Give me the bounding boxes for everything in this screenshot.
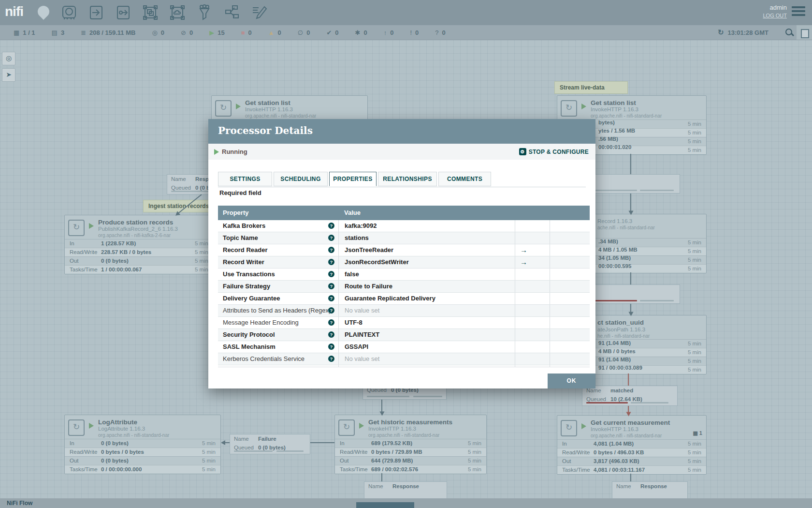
arrowhead-icon [629, 312, 634, 316]
processor-stat-row: Tasks/Time1 / 00:00:00.0675 min [65, 265, 213, 274]
remote-process-group-icon[interactable] [169, 4, 186, 21]
column-header-property: Property [218, 206, 338, 220]
spacer-cell [550, 281, 590, 292]
cluster-badge: ▦ 1 [693, 430, 702, 436]
search-icon[interactable] [785, 28, 794, 37]
property-value: No value set [338, 305, 515, 316]
help-icon[interactable]: ? [328, 295, 334, 301]
label-icon[interactable] [250, 4, 267, 21]
processor-stat-row: Tasks/Time0 / 00:00:00.0005 min [65, 465, 220, 474]
canvas-text-fragment: 91 (1.04 MB) [598, 340, 631, 346]
tab-comments[interactable]: COMMENTS [438, 172, 491, 186]
birdseye-toggle[interactable] [797, 25, 812, 40]
breadcrumb[interactable]: NiFi Flow [7, 500, 32, 507]
processor-get-current-measurement[interactable]: ↻Get current measurementInvokeHTTP 1.16.… [557, 415, 707, 475]
connection-label-conn-failure[interactable]: NameFailureQueued0 (0 bytes) [230, 434, 310, 454]
canvas-text-fragment: .56 MB) [598, 136, 618, 142]
help-icon[interactable]: ? [328, 235, 334, 241]
processor-produce-station-records[interactable]: ↻Produce station recordsPublishKafkaReco… [64, 215, 214, 274]
connection-label-row: NameFailure [230, 434, 310, 443]
processor-type: InvokeHTTP 1.16.3 [591, 106, 638, 112]
property-value: false [338, 269, 515, 280]
tab-scheduling[interactable]: SCHEDULING [274, 172, 328, 186]
stop-and-configure-button[interactable]: ⚙ STOP & CONFIGURE [519, 148, 589, 155]
refresh-icon[interactable]: ↻ [718, 28, 724, 37]
processor-stat-row: Out644 (729.89 MB)5 min [335, 456, 486, 465]
go-to-cell [515, 269, 550, 280]
property-name: Record Writer? [218, 256, 338, 268]
logout-link[interactable]: LOG OUT [763, 13, 787, 18]
navigate-palette-button[interactable]: ◎ [2, 52, 15, 65]
property-name: Security Protocol? [218, 329, 338, 341]
canvas-label-stream-live-data[interactable]: Stream live-data [554, 81, 628, 94]
property-value: Route to Failure [338, 281, 515, 292]
tab-settings[interactable]: SETTINGS [218, 172, 272, 186]
connection-label-conn-response-right-occluded[interactable] [582, 174, 680, 194]
canvas-text-fragment: 91 / 00:00:03.089 [598, 365, 642, 371]
required-field-note: Required field [219, 189, 261, 196]
spacer-cell [550, 269, 590, 280]
funnel-icon[interactable] [196, 4, 213, 21]
processor-name: Get historic measurements [368, 418, 452, 426]
connection-label-conn-matched[interactable]: NamematchedQueued10 (2.64 KB) [582, 386, 678, 406]
nifi-logo-drop-icon [35, 3, 52, 20]
help-icon[interactable]: ? [328, 271, 334, 277]
go-to-cell [515, 305, 550, 316]
property-row: Kerberos Credentials Service?No value se… [218, 353, 590, 365]
processor-icon[interactable] [60, 4, 78, 21]
backpressure-bar [171, 191, 210, 192]
running-icon [214, 149, 219, 155]
processor-type-icon: ↻ [338, 419, 355, 436]
spacer-cell [550, 305, 590, 316]
help-icon[interactable]: ? [328, 319, 334, 326]
locally-modified-stale-icon: ! [410, 29, 412, 36]
input-port-icon[interactable] [87, 4, 105, 21]
canvas-label-ingest-station-records[interactable]: Ingest station records [143, 200, 215, 212]
help-icon[interactable]: ? [328, 307, 334, 314]
spacer-cell [550, 353, 590, 365]
last-refreshed-time: 13:01:28 GMT [727, 29, 768, 36]
property-name: Attributes to Send as Headers (Regex)? [218, 305, 338, 316]
connection-line[interactable] [630, 154, 631, 174]
run-status-play-icon [581, 104, 586, 109]
processor-get-historic-measurements[interactable]: ↻Get historic measurementsInvokeHTTP 1.1… [334, 415, 487, 474]
connection-label-row: NameResponse [612, 482, 687, 491]
help-icon[interactable]: ? [328, 223, 334, 229]
processor-name: Produce station records [98, 219, 173, 226]
go-to-service-icon[interactable]: → [515, 256, 550, 268]
operate-palette-button[interactable]: ➤ [2, 68, 15, 82]
processor-type-icon: ↻ [68, 419, 85, 436]
connection-label-conn-splits-occluded[interactable] [582, 284, 680, 304]
processor-stat-row: In689 (179.52 KB)5 min [335, 439, 486, 448]
processor-log-attribute[interactable]: ↻LogAttributeLogAttribute 1.16.3org.apac… [64, 415, 221, 474]
status-cluster-count: ▦1 / 1 [14, 29, 35, 36]
processor-stat-row: Tasks/Time4,081 / 00:03:11.1675 min [557, 465, 706, 474]
global-menu-icon[interactable] [792, 6, 805, 17]
help-icon[interactable]: ? [328, 283, 334, 289]
connection-line[interactable] [630, 193, 631, 213]
canvas-text-fragment: ytes / 1.56 MB [598, 128, 635, 134]
help-icon[interactable]: ? [328, 259, 334, 265]
help-icon[interactable]: ? [328, 331, 334, 338]
ok-button[interactable]: OK [548, 374, 595, 388]
go-to-service-icon[interactable]: → [515, 244, 550, 256]
help-icon[interactable]: ? [328, 344, 334, 350]
tab-relationships[interactable]: RELATIONSHIPS [378, 172, 437, 186]
connection-line[interactable] [630, 272, 631, 284]
spacer-cell [550, 317, 590, 329]
app-header: nifi admin LOG OUT [0, 0, 812, 25]
run-status-play-icon [89, 423, 94, 429]
canvas-text-fragment: ateJsonPath 1.16.3 [597, 327, 645, 332]
process-group-icon[interactable] [142, 4, 159, 21]
sync-failure-icon: ? [435, 29, 438, 36]
help-icon[interactable]: ? [328, 247, 334, 253]
template-icon[interactable] [223, 4, 240, 21]
spacer-cell [550, 293, 590, 304]
help-icon[interactable]: ? [328, 356, 334, 362]
run-status-play-icon [89, 223, 94, 229]
connection-line[interactable] [628, 374, 629, 386]
stale-icon: ↑ [384, 29, 387, 36]
tab-properties[interactable]: PROPERTIES [329, 172, 377, 186]
output-port-icon[interactable] [115, 4, 132, 21]
canvas-text-fragment: 91 (1.04 MB) [598, 357, 631, 362]
